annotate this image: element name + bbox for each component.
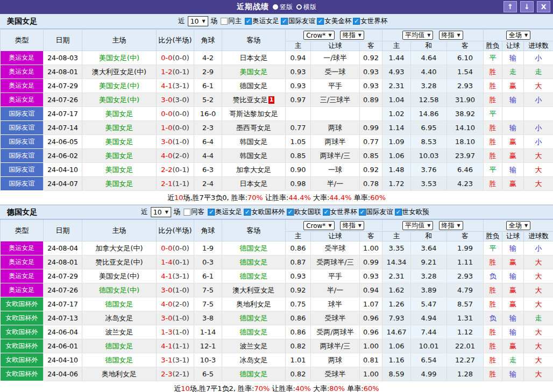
checkbox-checked-icon[interactable]: ✓ xyxy=(359,209,366,216)
avg-home-odds: 1.48 xyxy=(382,163,411,177)
avg-draw-odds: 4.64 xyxy=(411,51,447,65)
radio-selected-icon[interactable] xyxy=(273,4,278,10)
euro-period-select[interactable]: 终指▼ xyxy=(439,221,463,230)
corner-score: 6-3 xyxy=(194,163,222,177)
checkbox-checked-icon[interactable]: ✓ xyxy=(245,18,252,25)
result-handicap: 输 xyxy=(502,51,524,65)
league-filter-checkbox[interactable]: ✓国际友谊 xyxy=(359,208,393,217)
league-filter-label: 女欧国杯外 xyxy=(251,208,285,217)
avg-draw-odds: 4.40 xyxy=(411,65,447,79)
match-row: 女欧国杯外24-04-10德国女足3-1(3-1)10-3冰岛女足1.01两球0… xyxy=(1,353,553,367)
avg-home-odds: 1.14 xyxy=(382,121,411,135)
move-up-button[interactable]: ↑ xyxy=(504,1,517,12)
league-type-badge: 奥运女足 xyxy=(1,65,44,79)
match-count-select[interactable]: 10 ▼ xyxy=(151,207,171,217)
league-filter-checkbox[interactable]: ✓世女欧预 xyxy=(395,208,429,217)
match-date: 24-07-13 xyxy=(44,311,82,325)
checkbox-checked-icon[interactable]: ✓ xyxy=(281,18,288,25)
result-handicap: 赢 xyxy=(502,283,524,297)
avg-home-odds: 3.35 xyxy=(382,241,411,255)
checkbox-unchecked-icon[interactable] xyxy=(221,18,228,25)
checkbox-checked-icon[interactable]: ✓ xyxy=(323,209,330,216)
league-filter-checkbox[interactable]: ✓女世界杯 xyxy=(353,17,387,26)
layout-radio-vertical[interactable]: 竖版 xyxy=(273,3,293,12)
avg-draw-odds: 7.44 xyxy=(411,325,447,339)
filter-prefix-label: 近 xyxy=(141,208,148,217)
euro-source-select[interactable]: 平均值▼ xyxy=(402,31,433,40)
league-filter-checkbox[interactable]: ✓女美金杯 xyxy=(317,17,351,26)
result-goals: 小 xyxy=(524,93,553,107)
asia-home-odds: 0.90 xyxy=(286,163,311,177)
match-row: 国际友谊24-04-10美国女足2-2(0-1)6-3加拿大女足0.90一球0.… xyxy=(1,163,553,177)
checkbox-unchecked-icon[interactable] xyxy=(183,209,190,216)
chevron-down-icon: ▼ xyxy=(457,223,460,228)
match-score: 4-1(1-1) xyxy=(157,339,194,353)
asia-home-odds: 0.93 xyxy=(286,65,311,79)
summary-segment: 60% xyxy=(370,194,386,202)
asia-away-odds xyxy=(360,107,382,121)
checkbox-checked-icon[interactable]: ✓ xyxy=(287,209,294,216)
avg-away-odds: 31.90 xyxy=(447,93,484,107)
checkbox-checked-icon[interactable]: ✓ xyxy=(395,209,402,216)
checkbox-checked-icon[interactable]: ✓ xyxy=(353,18,360,25)
match-score: 0-0(0-0) xyxy=(157,241,194,255)
home-team: 美国女足 xyxy=(82,163,157,177)
scope-select[interactable]: 全场▼ xyxy=(506,31,530,40)
result-handicap: 赢 xyxy=(502,135,524,149)
asia-handicap-line: 两球半/三 xyxy=(311,149,360,163)
scope-select[interactable]: 全场▼ xyxy=(506,221,530,230)
checkbox-checked-icon[interactable]: ✓ xyxy=(317,18,324,25)
asia-home-odds: 0.75 xyxy=(286,297,311,311)
col-asia-home: 主 xyxy=(286,41,311,51)
same-venue-checkbox[interactable]: 同客 xyxy=(183,208,204,217)
col-handicap-result: 让球 xyxy=(502,41,524,51)
league-type-badge: 女欧国杯外 xyxy=(1,353,44,367)
close-button[interactable]: X xyxy=(537,1,550,12)
radio-unselected-icon[interactable] xyxy=(296,4,302,10)
league-type-badge: 国际友谊 xyxy=(1,121,44,135)
col-euro-draw: 和 xyxy=(411,41,447,51)
corner-score: 6-1 xyxy=(194,269,222,283)
asia-away-odds: 0.81 xyxy=(360,353,382,367)
layout-radio-horizontal[interactable]: 横版 xyxy=(296,3,316,12)
league-filter-checkbox[interactable]: ✓女欧国杯外 xyxy=(244,208,285,217)
match-score: 4-0(2-0) xyxy=(157,297,194,311)
league-filter-checkbox[interactable]: ✓奥运女足 xyxy=(245,17,279,26)
league-filter-checkbox[interactable]: ✓女世界杯 xyxy=(323,208,357,217)
euro-period-select[interactable]: 终指▼ xyxy=(439,31,463,40)
league-filter-checkbox[interactable]: ✓欧女国联 xyxy=(287,208,321,217)
move-down-button[interactable]: ↓ xyxy=(520,1,534,12)
asia-away-odds: 0.96 xyxy=(360,325,382,339)
result-goals: 大 xyxy=(524,149,553,163)
checkbox-checked-icon[interactable]: ✓ xyxy=(208,209,215,216)
asia-away-odds: 0.85 xyxy=(360,149,382,163)
checkbox-checked-icon[interactable]: ✓ xyxy=(244,209,251,216)
radio-label: 横版 xyxy=(303,3,316,12)
league-filter-checkbox[interactable]: ✓奥运女足 xyxy=(208,208,242,217)
asia-period-select[interactable]: 终指▼ xyxy=(340,31,364,40)
league-type-badge: 女欧国杯外 xyxy=(1,325,44,339)
asia-company-select[interactable]: Crow*▼ xyxy=(303,31,334,40)
asia-home-odds: 0.85 xyxy=(286,149,311,163)
league-filter-label: 奥运女足 xyxy=(252,17,279,26)
euro-source-select[interactable]: 平均值▼ xyxy=(402,221,433,230)
chevron-down-icon: ▼ xyxy=(202,19,205,24)
avg-away-odds: 2.93 xyxy=(447,79,484,93)
summary-segment: 场,胜7平3负0, 胜率: xyxy=(183,193,247,203)
scope-controls: 全场▼ xyxy=(484,220,553,232)
asia-period-select[interactable]: 终指▼ xyxy=(340,221,364,230)
match-count-select[interactable]: 10 ▼ xyxy=(188,16,208,26)
avg-draw-odds: 3.64 xyxy=(411,241,447,255)
away-team: 德国女足 xyxy=(222,79,286,93)
asia-company-select[interactable]: Crow*▼ xyxy=(303,221,334,230)
same-venue-checkbox[interactable]: 同主 xyxy=(221,17,242,26)
corner-score: 12-1 xyxy=(194,339,222,353)
avg-home-odds: 1.04 xyxy=(382,93,411,107)
result-win-draw-loss: 负 xyxy=(484,311,502,325)
match-date: 24-04-07 xyxy=(44,177,82,191)
chevron-down-icon: ▼ xyxy=(328,223,331,228)
match-date: 24-04-10 xyxy=(44,163,82,177)
match-score: 1-0(0-0) xyxy=(157,121,194,135)
avg-home-odds: 1.09 xyxy=(382,135,411,149)
league-filter-checkbox[interactable]: ✓国际友谊 xyxy=(281,17,315,26)
